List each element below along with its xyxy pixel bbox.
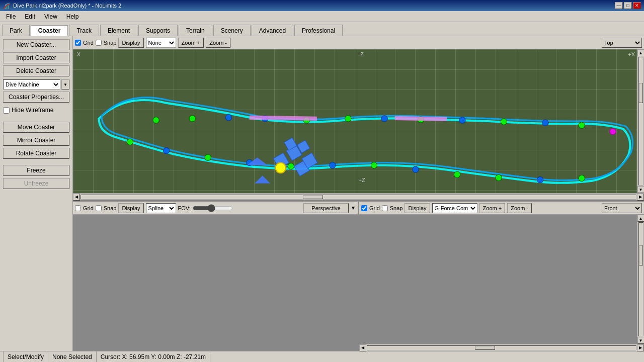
bottom-viewports: Grid Snap Display Spline FOV: Perspectiv… bbox=[73, 200, 644, 351]
top-hscroll-left[interactable]: ◀ bbox=[73, 194, 80, 201]
top-snap-label: Snap bbox=[104, 40, 117, 46]
top-canvas-bg[interactable]: -Z +Z -X +X bbox=[73, 49, 644, 193]
coaster-properties-button[interactable]: Coaster Properties... bbox=[3, 92, 69, 103]
top-grid-checkbox[interactable] bbox=[75, 40, 81, 46]
hide-wireframe-checkbox[interactable] bbox=[3, 107, 10, 114]
front-zoom-in-button[interactable]: Zoom + bbox=[479, 203, 506, 213]
mirror-coaster-button[interactable]: Mirror Coaster bbox=[3, 135, 69, 146]
svg-point-14 bbox=[537, 176, 543, 183]
persp-viewport-canvas[interactable] bbox=[73, 215, 358, 351]
top-hscroll-right[interactable]: ▶ bbox=[637, 194, 644, 201]
front-grid-label: Grid bbox=[369, 205, 380, 211]
top-zoom-in-button[interactable]: Zoom + bbox=[178, 38, 204, 48]
front-display-button[interactable]: Display bbox=[405, 203, 430, 213]
top-zoom-out-button[interactable]: Zoom - bbox=[206, 38, 230, 48]
front-vscroll-track[interactable] bbox=[638, 222, 643, 336]
front-hscroll-track[interactable] bbox=[367, 345, 636, 350]
fov-slider[interactable] bbox=[193, 205, 233, 212]
top-display-button[interactable]: Display bbox=[118, 38, 143, 48]
front-grid-checkbox[interactable] bbox=[361, 205, 367, 211]
front-viewport-canvas[interactable]: +Y -Y -X +X bbox=[359, 215, 644, 344]
app-icon: 🎢 bbox=[3, 3, 10, 9]
front-vscroll-down[interactable]: ▼ bbox=[637, 337, 645, 344]
top-axis-corner-tl: -X bbox=[75, 51, 80, 57]
persp-toolbar: Grid Snap Display Spline FOV: Perspectiv… bbox=[73, 202, 358, 215]
menu-edit[interactable]: Edit bbox=[21, 12, 39, 21]
rotate-coaster-button[interactable]: Rotate Coaster bbox=[3, 148, 69, 159]
freeze-button[interactable]: Freeze bbox=[3, 165, 69, 176]
menu-view[interactable]: View bbox=[40, 12, 61, 21]
tab-track[interactable]: Track bbox=[69, 25, 99, 36]
svg-point-15 bbox=[496, 174, 502, 180]
sidebar: New Coaster... Import Coaster Delete Coa… bbox=[0, 36, 73, 351]
top-viewport-canvas[interactable]: -Z +Z -X +X bbox=[73, 49, 644, 193]
svg-rect-30 bbox=[302, 153, 317, 168]
minimize-button[interactable]: — bbox=[615, 2, 623, 9]
tab-element[interactable]: Element bbox=[100, 25, 137, 36]
coaster-dropdown-arrow[interactable]: ▼ bbox=[61, 79, 69, 89]
top-snap-checkbox[interactable] bbox=[96, 40, 102, 46]
top-hscroll-thumb[interactable] bbox=[303, 195, 323, 199]
persp-spline-select[interactable]: Spline bbox=[146, 203, 176, 213]
tab-professional[interactable]: Professional bbox=[294, 25, 343, 36]
top-vscroll-track[interactable] bbox=[638, 57, 643, 186]
persp-snap-label: Snap bbox=[104, 205, 117, 211]
top-none-select[interactable]: None bbox=[146, 38, 176, 48]
svg-point-11 bbox=[579, 122, 585, 128]
svg-rect-28 bbox=[286, 145, 302, 160]
front-gforce-select[interactable]: G-Force Com bbox=[432, 203, 477, 213]
tab-advanced[interactable]: Advanced bbox=[252, 25, 293, 36]
top-viewport-vscroll[interactable]: ▲ ▼ bbox=[637, 49, 644, 193]
persp-display-button[interactable]: Display bbox=[118, 203, 143, 213]
move-coaster-button[interactable]: Move Coaster bbox=[3, 122, 69, 133]
tab-scenery[interactable]: Scenery bbox=[213, 25, 251, 36]
front-viewport-hscroll[interactable]: ◀ ▶ bbox=[359, 344, 644, 351]
front-vscroll-up[interactable]: ▲ bbox=[637, 215, 645, 222]
new-coaster-button[interactable]: New Coaster... bbox=[3, 39, 69, 50]
menu-file[interactable]: File bbox=[2, 12, 20, 21]
delete-coaster-button[interactable]: Delete Coaster bbox=[3, 65, 69, 76]
svg-point-1 bbox=[189, 116, 195, 122]
top-vscroll-thumb[interactable] bbox=[639, 83, 643, 103]
front-hscroll-right[interactable]: ▶ bbox=[637, 344, 644, 351]
front-view-select[interactable]: Front Top Side Perspective bbox=[602, 203, 642, 213]
svg-point-21 bbox=[247, 159, 253, 165]
menu-bar: File Edit View Help bbox=[0, 11, 644, 22]
front-hscroll-left[interactable]: ◀ bbox=[359, 344, 366, 351]
menu-help[interactable]: Help bbox=[62, 12, 83, 21]
svg-rect-32 bbox=[297, 140, 309, 153]
top-hscroll-track[interactable] bbox=[80, 195, 636, 200]
close-button[interactable]: ✕ bbox=[633, 2, 641, 9]
svg-point-10 bbox=[542, 120, 548, 126]
front-hscroll-thumb[interactable] bbox=[475, 346, 495, 350]
status-bar: Select/Modify None Selected Cursor: X: 5… bbox=[0, 351, 644, 362]
unfreeze-button[interactable]: Unfreeze bbox=[3, 178, 69, 189]
persp-snap-checkbox[interactable] bbox=[96, 205, 102, 211]
svg-marker-34 bbox=[255, 175, 270, 183]
front-zoom-out-button[interactable]: Zoom - bbox=[507, 203, 532, 213]
maximize-button[interactable]: □ bbox=[624, 2, 632, 9]
top-vscroll-down[interactable]: ▼ bbox=[637, 186, 645, 193]
front-snap-checkbox[interactable] bbox=[382, 205, 388, 211]
persp-view-btn[interactable]: Perspective bbox=[303, 203, 349, 213]
svg-point-22 bbox=[205, 154, 211, 160]
tab-supports[interactable]: Supports bbox=[138, 25, 178, 36]
top-view-select[interactable]: Top Front Side Perspective bbox=[602, 38, 642, 48]
import-coaster-button[interactable]: Import Coaster bbox=[3, 52, 69, 63]
tab-terrain[interactable]: Terrain bbox=[179, 25, 212, 36]
tab-coaster[interactable]: Coaster bbox=[31, 25, 68, 36]
persp-dropdown-arrow[interactable]: ▼ bbox=[351, 205, 356, 211]
front-viewport-vscroll[interactable]: ▲ ▼ bbox=[637, 215, 644, 344]
tab-park[interactable]: Park bbox=[2, 25, 30, 36]
coaster-dropdown[interactable]: Dive Machine bbox=[3, 79, 60, 89]
svg-point-24 bbox=[127, 139, 133, 145]
tab-bar: Park Coaster Track Element Supports Terr… bbox=[0, 22, 644, 36]
persp-grid-checkbox[interactable] bbox=[75, 205, 81, 211]
front-viewport: Grid Snap Display G-Force Com Zoom + Zoo… bbox=[359, 202, 644, 351]
top-vscroll-up[interactable]: ▲ bbox=[637, 49, 645, 56]
svg-point-9 bbox=[501, 119, 507, 125]
top-viewport: Grid Snap Display None Zoom + Zoom - Top… bbox=[73, 36, 644, 200]
svg-line-25 bbox=[250, 118, 317, 119]
top-viewport-hscroll[interactable]: ◀ ▶ bbox=[73, 193, 644, 200]
front-vscroll-thumb[interactable] bbox=[639, 245, 643, 265]
